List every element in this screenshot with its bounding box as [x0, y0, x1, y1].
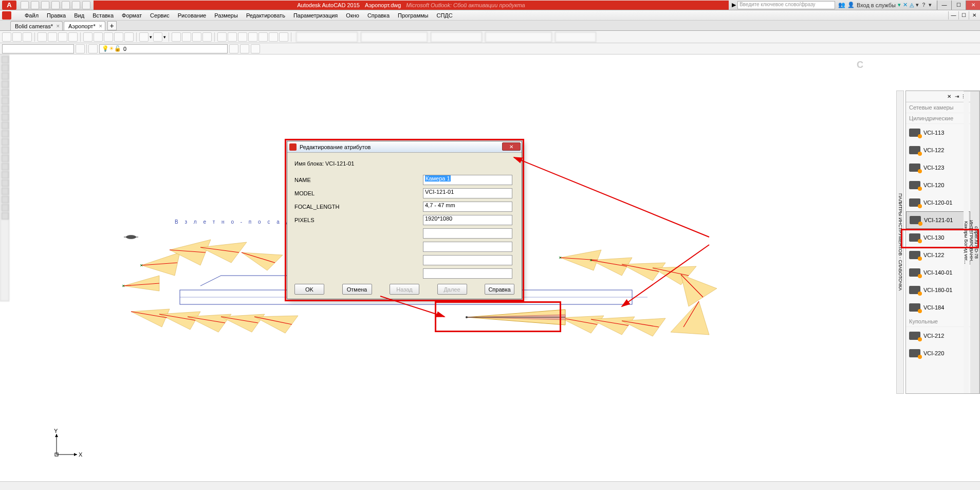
search-input[interactable]: Введите ключевое слово/фразу — [737, 1, 835, 9]
draw-toolbar[interactable] — [0, 55, 9, 301]
palette-tab-integr[interactable]: ИНТЕГРИРОВАНН... — [969, 91, 974, 393]
layer-iso-icon[interactable] — [251, 44, 260, 53]
tb-copy-icon[interactable] — [94, 32, 103, 42]
menu-рисование[interactable]: Рисование — [174, 11, 210, 20]
tb-zoom-icon[interactable] — [182, 32, 191, 42]
tab-Bolid cameras*[interactable]: Bolid cameras*✕ — [10, 21, 63, 30]
layer-state-combo[interactable] — [2, 44, 74, 53]
tab-close-icon[interactable]: ✕ — [99, 24, 103, 29]
palette-tab-cleper[interactable]: cleper.ru RD-78 — [974, 91, 979, 393]
qat-open-icon[interactable] — [31, 1, 39, 9]
tb-redo-icon[interactable] — [153, 32, 162, 42]
palette-item-VCI-220[interactable]: VCI-220 — [906, 344, 970, 362]
attr-input-pixels[interactable]: 1920*1080 — [423, 215, 512, 225]
a360-icon[interactable]: ◬ — [910, 2, 914, 8]
menu-сервис[interactable]: Сервис — [146, 11, 174, 20]
qat-undo-icon[interactable] — [72, 1, 80, 9]
tool-palette-title-bar[interactable]: ПАЛИТРЫ ИНСТРУМЕНТОВ - СЛАБОТОЧКА — [896, 90, 904, 394]
menu-спдс[interactable]: СПДС — [432, 11, 456, 20]
tb-3d-icon[interactable] — [68, 32, 78, 42]
back-button[interactable]: Назад — [390, 284, 419, 295]
layer-toolbar[interactable]: 💡☀🔓0 — [0, 43, 980, 55]
palette-item-VCI-140-01[interactable]: VCI-140-01 — [906, 264, 970, 281]
tb-zoomprev-icon[interactable] — [202, 32, 212, 42]
palette-close-icon[interactable]: ✕ — [947, 94, 953, 100]
tb-table-icon[interactable] — [279, 32, 288, 42]
blur-combo-4[interactable] — [485, 32, 552, 42]
menu-вставка[interactable]: Вставка — [88, 11, 118, 20]
palette-item-VCI-113[interactable]: VCI-113 — [906, 124, 970, 141]
minimize-button[interactable]: — — [937, 1, 951, 10]
quick-access-toolbar[interactable] — [21, 1, 90, 9]
menu-справка[interactable]: Справка — [363, 11, 394, 20]
tab-close-icon[interactable]: ✕ — [56, 24, 60, 29]
qat-redo-icon[interactable] — [82, 1, 90, 9]
qat-saveas-icon[interactable] — [51, 1, 60, 9]
next-button[interactable]: Далее — [437, 284, 467, 295]
palette-pin-icon[interactable]: ⇥ — [955, 94, 961, 100]
menu-правка[interactable]: Правка — [43, 11, 70, 20]
menu-размеры[interactable]: Размеры — [210, 11, 242, 20]
layer-filter-icon[interactable] — [88, 44, 98, 53]
attr-input-empty[interactable] — [423, 255, 512, 265]
doc-close-button[interactable]: ✕ — [969, 11, 979, 20]
tb-save-icon[interactable] — [23, 32, 32, 42]
palette-item-VCI-122[interactable]: VCI-122 — [906, 141, 970, 159]
tb-dc-icon[interactable] — [228, 32, 237, 42]
infocenter-icon[interactable]: 👥 — [838, 2, 845, 8]
attr-input-focal_length[interactable]: 4,7 - 47 mm — [423, 202, 512, 212]
placed-camera-block[interactable] — [463, 307, 570, 327]
qat-print-icon[interactable] — [62, 1, 70, 9]
tb-preview-icon[interactable] — [48, 32, 57, 42]
palette-item-VCI-123[interactable]: VCI-123 — [906, 159, 970, 176]
tb-open-icon[interactable] — [12, 32, 22, 42]
qat-new-icon[interactable] — [21, 1, 29, 9]
palette-item-VCI-122[interactable]: VCI-122 — [906, 246, 970, 264]
menu-logo-icon[interactable] — [2, 11, 11, 20]
help-icon[interactable]: ？ — [921, 1, 927, 9]
tb-pan-icon[interactable] — [172, 32, 181, 42]
palette-tab-bolid[interactable]: Камеры Болид ver... — [964, 91, 969, 393]
tb-publish-icon[interactable] — [58, 32, 67, 42]
tab-Аэропорт*[interactable]: Аэропорт*✕ — [64, 21, 105, 30]
new-tab-button[interactable]: + — [107, 21, 117, 30]
tb-ssm-icon[interactable] — [248, 32, 257, 42]
doc-minimize-button[interactable]: — — [948, 11, 958, 20]
layer-prev-icon[interactable] — [240, 44, 249, 53]
qat-save-icon[interactable] — [41, 1, 49, 9]
tb-print-icon[interactable] — [38, 32, 47, 42]
menu-формат[interactable]: Формат — [118, 11, 146, 20]
blur-combo-5[interactable] — [555, 32, 596, 42]
cancel-button[interactable]: Отмена — [342, 284, 372, 295]
palette-item-VCI-130[interactable]: VCI-130 — [906, 229, 970, 246]
tb-markup-icon[interactable] — [258, 32, 268, 42]
menu-окно[interactable]: Окно — [342, 11, 363, 20]
tb-prop-icon[interactable] — [217, 32, 227, 42]
ok-button[interactable]: OK — [294, 284, 324, 295]
tb-tp-icon[interactable] — [238, 32, 247, 42]
palette-item-VCI-212[interactable]: VCI-212 — [906, 327, 970, 344]
tb-match-icon[interactable] — [114, 32, 123, 42]
login-label[interactable]: Вход в службы — [857, 2, 896, 8]
dialog-titlebar[interactable]: Редактирование атрибутов — [287, 141, 522, 153]
tb-new-icon[interactable] — [2, 32, 11, 42]
blur-combo-2[interactable] — [361, 32, 428, 42]
palette-tabs[interactable]: cleper.ru RD-78 ИНТЕГРИРОВАНН... Камеры … — [970, 91, 979, 393]
menu-вид[interactable]: Вид — [70, 11, 88, 20]
tb-zoomwin-icon[interactable] — [192, 32, 201, 42]
close-button[interactable]: ✕ — [966, 1, 980, 10]
palette-item-VCI-120-01[interactable]: VCI-120-01 — [906, 194, 970, 211]
menu-программы[interactable]: Программы — [394, 11, 432, 20]
exchange-icon[interactable]: ✕ — [903, 2, 908, 8]
help-button[interactable]: Справка — [485, 284, 514, 295]
attr-input-empty[interactable] — [423, 242, 512, 252]
palette-item-VCI-184[interactable]: VCI-184 — [906, 299, 970, 316]
tb-qc-icon[interactable] — [269, 32, 278, 42]
maximize-button[interactable]: ☐ — [951, 1, 966, 10]
attr-input-empty[interactable] — [423, 268, 512, 279]
layer-props-icon[interactable] — [76, 44, 85, 53]
tb-brush-icon[interactable] — [124, 32, 134, 42]
menu-файл[interactable]: Файл — [21, 11, 43, 20]
attr-input-model[interactable]: VCI-121-01 — [423, 188, 512, 198]
menu-редактировать[interactable]: Редактировать — [242, 11, 289, 20]
